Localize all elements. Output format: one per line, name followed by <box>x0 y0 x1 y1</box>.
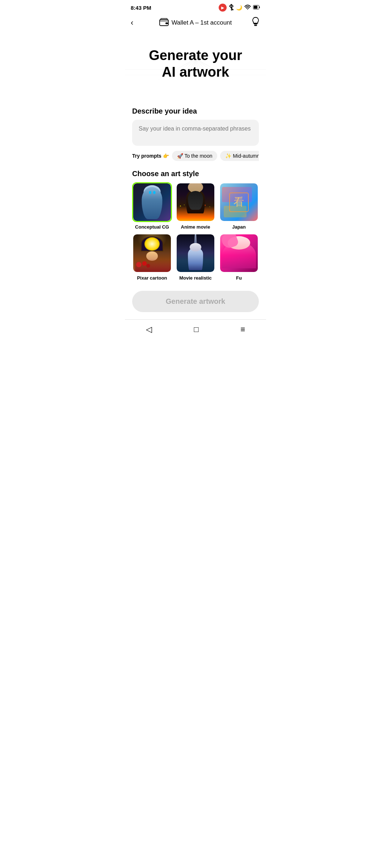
record-icon: ▶ <box>219 4 227 12</box>
art-thumb-movie-realistic[interactable] <box>176 233 215 273</box>
art-item-japan[interactable]: 看 Japan <box>219 182 259 230</box>
hero-section: Generate your AI artwork <box>125 33 266 98</box>
bluetooth-icon <box>229 4 234 12</box>
art-style-grid: Conceptual CG <box>132 182 259 281</box>
prompts-label: Try prompts 👉 <box>132 153 169 159</box>
art-item-conceptual-cg[interactable]: Conceptual CG <box>132 182 172 230</box>
art-label-fu: Fu <box>236 275 242 281</box>
wallet-title[interactable]: Wallet A – 1st account <box>159 18 232 28</box>
moon-icon: 🌙 <box>236 5 242 10</box>
art-thumb-japan[interactable]: 看 <box>219 182 259 222</box>
bottom-menu-button[interactable]: ≡ <box>240 325 245 334</box>
svg-point-32 <box>184 204 185 205</box>
bulb-icon[interactable] <box>251 17 260 29</box>
art-style-label: Choose an art style <box>132 170 259 178</box>
nav-right <box>247 17 260 29</box>
art-label-conceptual-cg: Conceptual CG <box>135 224 169 230</box>
svg-rect-6 <box>254 25 257 25</box>
art-thumb-fu[interactable] <box>219 233 259 273</box>
art-label-pixar-cartoon: Pixar cartoon <box>137 275 167 281</box>
battery-icon <box>253 5 260 10</box>
art-thumb-conceptual-cg[interactable] <box>132 182 172 222</box>
status-icons: ▶ 🌙 <box>219 4 260 12</box>
bottom-nav: ◁ □ ≡ <box>125 319 266 341</box>
nav-bar: ‹ Wallet A – 1st account <box>125 14 266 33</box>
idea-input-wrap[interactable] <box>132 120 259 146</box>
back-button[interactable]: ‹ <box>131 18 144 27</box>
idea-input[interactable] <box>139 125 252 139</box>
svg-rect-4 <box>165 22 168 24</box>
svg-point-30 <box>153 191 155 194</box>
art-item-pixar-cartoon[interactable]: Pixar cartoon <box>132 233 172 281</box>
svg-point-41 <box>142 261 147 265</box>
art-item-anime-movie[interactable]: Anime movie <box>176 182 215 230</box>
describe-label: Describe your idea <box>132 107 259 115</box>
wallet-icon <box>159 18 169 28</box>
svg-point-0 <box>247 9 248 10</box>
bottom-home-button[interactable]: □ <box>194 325 198 334</box>
art-label-anime-movie: Anime movie <box>181 224 210 230</box>
svg-point-34 <box>193 204 194 205</box>
art-thumb-pixar-cartoon[interactable] <box>132 233 172 273</box>
wallet-label: Wallet A – 1st account <box>172 19 232 26</box>
generate-button[interactable]: Generate artwork <box>132 291 259 312</box>
svg-point-29 <box>149 191 151 194</box>
prompt-chip-moon[interactable]: 🚀 To the moon <box>172 151 218 161</box>
hero-title: Generate your AI artwork <box>149 47 242 80</box>
svg-rect-2 <box>254 6 257 9</box>
prompts-row: Try prompts 👉 🚀 To the moon ✨ Mid-autumn… <box>132 151 259 161</box>
svg-point-40 <box>136 262 142 267</box>
bottom-back-button[interactable]: ◁ <box>146 325 152 334</box>
prompt-chip-rabbits[interactable]: ✨ Mid-autumn rabbits <box>220 151 259 161</box>
status-bar: 8:43 PM ▶ 🌙 <box>125 0 266 14</box>
art-thumb-anime-movie[interactable] <box>176 182 215 222</box>
art-item-movie-realistic[interactable]: Movie realistic <box>176 233 215 281</box>
art-item-fu[interactable]: Fu <box>219 233 259 281</box>
svg-rect-5 <box>254 24 257 24</box>
main-content: Describe your idea Try prompts 👉 🚀 To th… <box>125 107 266 319</box>
art-label-japan: Japan <box>232 224 246 230</box>
svg-point-31 <box>180 205 181 207</box>
svg-point-35 <box>199 206 199 207</box>
svg-point-42 <box>146 264 150 267</box>
art-label-movie-realistic: Movie realistic <box>179 275 212 281</box>
wifi-icon <box>244 5 251 11</box>
svg-point-37 <box>209 206 210 207</box>
svg-text:看: 看 <box>234 196 244 207</box>
status-time: 8:43 PM <box>131 5 151 11</box>
